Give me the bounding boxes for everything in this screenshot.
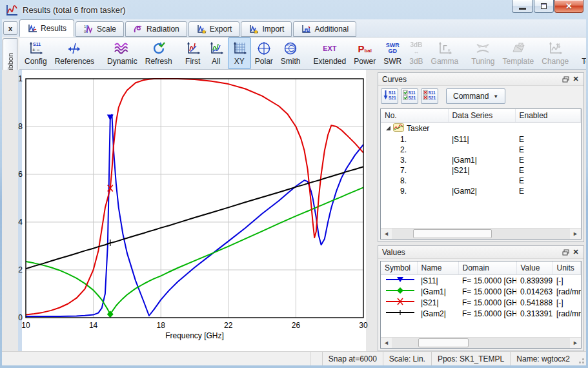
value-row[interactable]: |S21|F= 15.0000 [GHz]0.541888[-] (381, 297, 581, 308)
tab-additional[interactable]: Additional (293, 21, 356, 37)
curve-symbol-icon (381, 308, 417, 319)
svg-text:1: 1 (84, 25, 86, 28)
main-content: 10.80.60.40.20101418222630Frequency [GHz… (2, 70, 586, 351)
minimize-icon (519, 8, 526, 10)
curve-row[interactable]: 2.E (381, 145, 581, 155)
scroll-left-icon[interactable]: ◄ (381, 338, 392, 348)
toolbar-button-label: Dynamic (107, 57, 137, 66)
values-panel-header: Values ✕ (378, 246, 583, 259)
curves-panel: Curves ✕ S11S21S11S21S11S21Command▼ No.D… (378, 72, 584, 242)
tab-results[interactable]: Results (19, 19, 74, 37)
scroll-thumb[interactable] (413, 229, 491, 238)
column-header[interactable]: Data Series (448, 109, 515, 123)
window-controls: ✕ (511, 0, 583, 13)
tab-scale[interactable]: 10Scale (76, 21, 124, 37)
column-header[interactable]: Symbol (381, 261, 417, 275)
values-panel-title: Values (382, 248, 560, 257)
tree-expand-icon[interactable] (386, 126, 390, 130)
tab-label: Scale (97, 25, 116, 34)
polar-button[interactable]: Polar (251, 37, 277, 69)
tab-import[interactable]: Import (241, 21, 292, 37)
statusbar-separator (310, 352, 322, 365)
curves-table-frame: No.Data SeriesEnabled Tasker1.|S11|E2.E3… (380, 108, 582, 240)
tab-label: Import (262, 25, 284, 34)
value-row[interactable]: |Gam2|F= 15.0000 [GHz]0.313391[rad/mm] (381, 308, 581, 319)
column-header[interactable]: No. (381, 109, 448, 123)
threedb-text-icon: 3dB↔ (410, 40, 422, 57)
values-hscrollbar[interactable]: ◄ ► (381, 337, 581, 348)
svg-text:1: 1 (18, 74, 23, 83)
xy-plot[interactable]: 10.80.60.40.20101418222630Frequency [GHz… (18, 70, 370, 351)
svg-text:0.8: 0.8 (18, 122, 23, 131)
float-panel-icon[interactable] (560, 75, 571, 84)
command-dropdown[interactable]: Command▼ (446, 88, 505, 104)
value-name: |S11| (417, 275, 458, 287)
column-header[interactable]: Enabled (515, 109, 581, 123)
scroll-right-icon[interactable]: ► (570, 338, 581, 348)
tree-group-row[interactable]: Tasker (381, 123, 581, 135)
close-panel-icon[interactable]: ✕ (571, 248, 581, 257)
tab-radiation[interactable]: Radiation (125, 21, 187, 37)
swr-button[interactable]: SWRGDSWR (380, 37, 405, 69)
tab-export[interactable]: Export (188, 21, 240, 37)
config-axes-icon: S11+ − (28, 40, 43, 57)
curve-row[interactable]: 7.|S21|E (381, 165, 581, 176)
column-header[interactable]: Units (553, 261, 581, 275)
ribbon-toolbar: S11+ −ConfigReferencesDynamicRefreshFirs… (19, 37, 586, 70)
close-button[interactable]: ✕ (554, 0, 583, 13)
references-button[interactable]: References (51, 37, 98, 69)
curve-symbol-icon (381, 297, 417, 308)
curve-enabled: E (515, 176, 581, 186)
resize-grip[interactable] (576, 352, 586, 365)
toolbar-button-label: SWR (383, 57, 401, 66)
minimize-button[interactable] (512, 0, 533, 13)
close-panel-icon[interactable]: ✕ (571, 75, 581, 84)
float-panel-icon[interactable] (560, 248, 571, 257)
toolbar-group: EXTExtendedPbalPowerSWRGDSWR3dB↔3dBΓKGam… (308, 37, 463, 69)
curve-row[interactable]: 3.|Gam1|E (381, 155, 581, 165)
extended-button[interactable]: EXTExtended (309, 37, 350, 69)
first-button[interactable]: First (181, 37, 205, 69)
curves-hscrollbar[interactable]: ◄ ► (381, 228, 581, 239)
value-domain: F= 15.0000 [GHz] (458, 308, 516, 319)
results-chart-icon (27, 23, 37, 34)
curve-row[interactable]: 8.E (381, 176, 581, 186)
curve-symbol-icon (381, 275, 417, 287)
tuning-icon (474, 40, 491, 57)
svg-text:26: 26 (292, 321, 301, 330)
value-row[interactable]: |Gam1|F= 15.0000 [GHz]0.014263[rad/mm] (381, 286, 581, 297)
curve-row[interactable]: 9.|Gam2|E (381, 186, 581, 196)
ribbon-close-button[interactable]: x (3, 21, 17, 35)
s11s21-enable-green-button[interactable]: S11S21 (401, 88, 418, 104)
smith-button[interactable]: Smith (277, 37, 305, 69)
power-button[interactable]: PbalPower (350, 37, 380, 69)
s11s21-enable-red-button[interactable]: S11S21 (421, 88, 438, 104)
column-header[interactable]: Domain (458, 261, 516, 275)
config-button[interactable]: S11+ −Config (21, 37, 51, 69)
dynamic-button[interactable]: Dynamic (103, 37, 141, 69)
refresh-button[interactable]: Refresh (141, 37, 176, 69)
scroll-left-icon[interactable]: ◄ (381, 229, 392, 239)
s11s21-sort-icon: S11S21 (383, 89, 396, 103)
restore-button[interactable] (534, 0, 554, 13)
curve-enabled: E (515, 165, 581, 176)
column-header[interactable]: Name (417, 261, 458, 275)
svg-text:K: K (448, 48, 451, 52)
value-value: 0.014263 (516, 286, 553, 297)
scroll-thumb[interactable] (418, 338, 468, 347)
refresh-icon (151, 40, 167, 57)
svg-text:S11: S11 (33, 42, 41, 46)
curve-row[interactable]: 1.|S11|E (381, 134, 581, 145)
all-button[interactable]: All (205, 37, 228, 69)
toolbars-button[interactable]: Toolbars (578, 37, 586, 69)
xy-button[interactable]: XY (228, 37, 251, 69)
column-header[interactable]: Value (516, 261, 553, 275)
s11s21-sort-button[interactable]: S11S21 (381, 88, 398, 104)
value-row[interactable]: |S11|F= 15.0000 [GHz]0.839399[-] (381, 275, 581, 287)
value-name: |S21| (417, 297, 458, 308)
status-bar: Snap at=6000Scale: Lin.Ppos: SK1_TEMPLNa… (2, 351, 586, 365)
tab-label: Radiation (147, 25, 179, 34)
scroll-right-icon[interactable]: ► (570, 229, 581, 239)
value-value: 0.839399 (516, 275, 553, 287)
value-units: [rad/mm] (553, 286, 581, 297)
